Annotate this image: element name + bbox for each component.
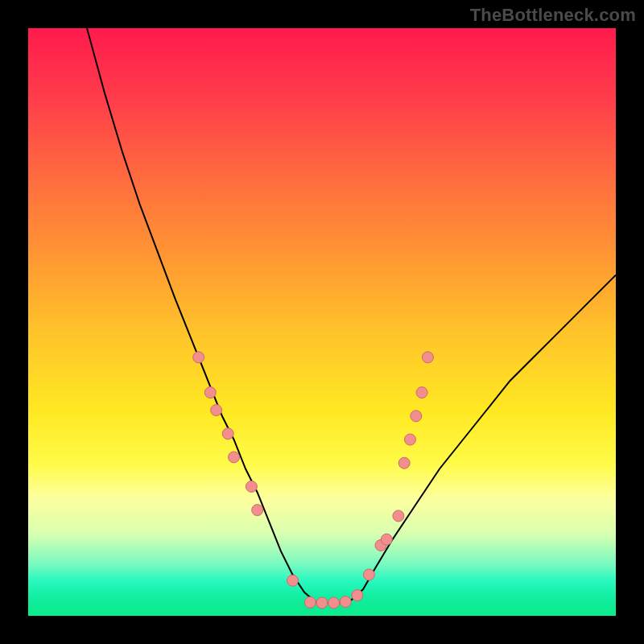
- data-dot: [328, 597, 340, 609]
- data-dot: [352, 590, 363, 601]
- data-dot: [193, 352, 204, 363]
- data-dot: [405, 434, 416, 445]
- data-dot: [411, 411, 422, 422]
- data-dot: [422, 352, 433, 363]
- watermark-text: TheBottleneck.com: [470, 5, 636, 26]
- data-dot: [416, 387, 427, 398]
- data-dot: [393, 510, 404, 522]
- data-dot: [204, 387, 216, 398]
- data-dot: [304, 597, 316, 608]
- data-dot: [398, 457, 410, 469]
- chart-plot-area: [28, 28, 616, 616]
- data-dot: [340, 597, 351, 608]
- performance-curve: [87, 28, 616, 603]
- chart-svg: [28, 28, 616, 616]
- data-dot: [363, 569, 374, 580]
- curve-path: [87, 28, 616, 603]
- data-dot: [316, 597, 328, 609]
- data-dot: [211, 405, 222, 416]
- data-dot: [222, 428, 233, 440]
- data-dot: [287, 575, 299, 586]
- data-dot: [381, 534, 392, 545]
- data-dot: [246, 481, 257, 492]
- data-dot: [252, 505, 263, 516]
- data-dots: [193, 352, 434, 609]
- data-dot: [229, 452, 240, 463]
